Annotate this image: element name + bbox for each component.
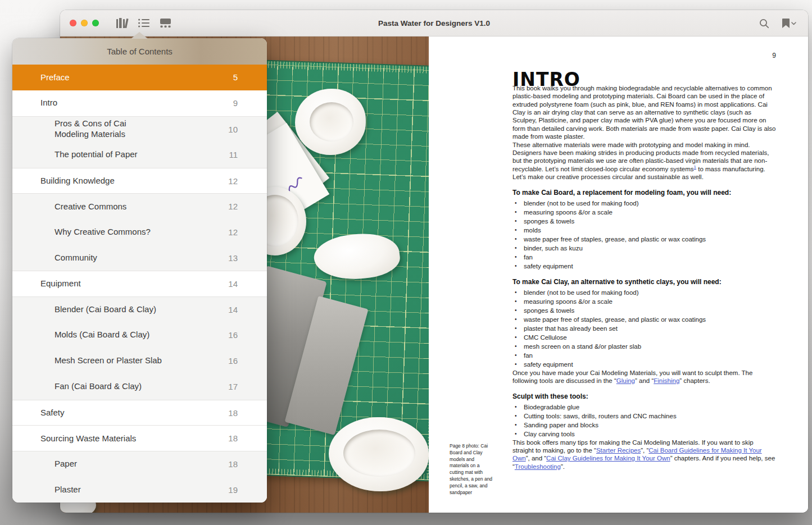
zoom-button[interactable] <box>92 20 99 26</box>
inline-link[interactable]: Finishing <box>654 377 679 384</box>
list-item: safety equipment <box>512 360 776 369</box>
inline-link[interactable]: Gluing <box>616 377 635 384</box>
toc-item[interactable]: Pros & Cons of Cai Modeling Materials10 <box>12 116 267 142</box>
title-bar: Pasta Water for Designers V1.0 <box>60 10 808 36</box>
toc-item-label: Preface <box>40 72 70 83</box>
list-item: measuring spoons &/or a scale <box>512 297 776 306</box>
list-item: binder, such as kuzu <box>512 244 776 253</box>
paragraph: This book walks you through making biode… <box>512 84 776 141</box>
search-icon <box>759 19 769 29</box>
list-item: molds <box>512 226 776 235</box>
book-text-page: 9 INTRO This book walks you through maki… <box>429 36 808 513</box>
toc-item-label: Creative Commons <box>55 202 126 212</box>
toc-item[interactable]: Plaster19 <box>12 477 267 503</box>
inline-link[interactable]: Troubleshooting <box>515 463 561 470</box>
toc-item[interactable]: Community13 <box>12 245 267 271</box>
toc-item-page: 18 <box>228 408 238 418</box>
toc-item[interactable]: Building Knowledge12 <box>12 168 267 194</box>
paragraph: These alternative materials were made wi… <box>512 141 776 181</box>
toc-item-label: Building Knowledge <box>40 176 115 186</box>
toc-item[interactable]: Paper18 <box>12 451 267 477</box>
text-run: ”. <box>561 463 565 470</box>
search-button[interactable] <box>757 17 771 30</box>
cai-board-list: blender (not to be used for making food)… <box>512 199 776 271</box>
table-of-contents-icon <box>138 19 149 28</box>
list-item: Clay carving tools <box>512 430 776 439</box>
list-item: fan <box>512 351 776 360</box>
toc-item-page: 17 <box>228 382 238 391</box>
toc-item[interactable]: Blender (Cai Board & Clay)14 <box>12 296 267 322</box>
toc-item[interactable]: Molds (Cai Board & Clay)16 <box>12 322 267 348</box>
toc-item-page: 10 <box>228 125 238 134</box>
toc-item-page: 14 <box>228 305 238 314</box>
list-item: Sanding paper and blocks <box>512 421 776 430</box>
list-item: safety equipment <box>512 262 776 271</box>
toc-item-page: 14 <box>228 279 238 289</box>
paragraph: This book offers many tips for making th… <box>512 439 776 471</box>
thumbnails-button[interactable] <box>158 17 172 29</box>
bookmark-button[interactable] <box>780 17 798 30</box>
toc-item[interactable]: Equipment14 <box>12 271 267 296</box>
toc-item-page: 19 <box>228 485 238 495</box>
inline-link[interactable]: Cai Clay Guidelines for Making It Your O… <box>546 455 670 462</box>
toc-item[interactable]: Why Creative Commons?12 <box>12 219 267 245</box>
toc-item-page: 18 <box>228 459 238 469</box>
page-number: 9 <box>512 52 776 60</box>
list-item: blender (not to be used for making food) <box>512 199 776 208</box>
list-item: measuring spoons &/or a scale <box>512 208 776 217</box>
toc-list: Preface5Intro9Pros & Cons of Cai Modelin… <box>12 65 267 503</box>
toc-item-label: Sourcing Waste Materials <box>40 433 136 444</box>
list-item: blender (not to be used for making food) <box>512 288 776 297</box>
toc-item-label: Pros & Cons of Cai Modeling Materials <box>55 118 150 140</box>
list-item: Biodegradable glue <box>512 403 776 412</box>
toc-item[interactable]: The potential of Paper11 <box>12 142 267 168</box>
list-item: waste paper free of staples, grease, and… <box>512 315 776 324</box>
section-heading: To make Cai Clay, an alternative to synt… <box>512 278 776 286</box>
chevron-down-icon <box>791 22 796 25</box>
toc-item[interactable]: Creative Commons12 <box>12 193 267 219</box>
page-title: INTRO <box>512 76 776 84</box>
paragraph: Once you have made your Cai Modeling Mat… <box>512 369 776 385</box>
toc-item[interactable]: Fan (Cai Board & Clay)17 <box>12 374 267 400</box>
minimize-button[interactable] <box>81 20 88 26</box>
toc-item[interactable]: Mesh Screen or Plaster Slab16 <box>12 348 267 374</box>
toc-item-page: 12 <box>228 227 238 237</box>
toc-item-label: Mesh Screen or Plaster Slab <box>55 355 162 366</box>
list-item: waste paper free of staples, grease, and… <box>512 235 776 244</box>
list-item: sponges & towels <box>512 306 776 315</box>
toc-item-label: Plaster <box>55 485 81 495</box>
text-run: ”, “ <box>641 447 648 454</box>
window-controls <box>70 20 99 26</box>
toc-item[interactable]: Safety18 <box>12 400 267 426</box>
toc-item-page: 13 <box>228 253 238 263</box>
toc-item-page: 9 <box>233 98 238 108</box>
toc-item-label: Equipment <box>40 279 81 289</box>
toc-item-page: 12 <box>228 176 238 186</box>
toc-item-label: Intro <box>40 98 57 108</box>
list-item: Cutting tools: saws, drills, routers and… <box>512 412 776 421</box>
toc-item[interactable]: Preface5 <box>12 65 267 90</box>
inline-link[interactable]: Starter Recipes <box>596 447 641 454</box>
toc-item-page: 18 <box>228 433 238 443</box>
section-heading: Sculpt with these tools: <box>512 392 776 401</box>
toc-item-label: Fan (Cai Board & Clay) <box>55 381 142 392</box>
sculpt-tools-list: Biodegradable glueCutting tools: saws, d… <box>512 403 776 439</box>
toc-button[interactable] <box>137 17 151 29</box>
list-item: CMC Cellulose <box>512 333 776 342</box>
list-item: mesh screen on a stand &/or plaster slab <box>512 342 776 351</box>
section-heading: To make Cai Board, a replacement for mod… <box>512 189 776 197</box>
toc-item-label: Paper <box>55 459 77 469</box>
toc-item[interactable]: Intro9 <box>12 90 267 116</box>
thumbnails-icon <box>160 19 171 28</box>
text-run: ”, and “ <box>526 455 546 462</box>
cai-clay-list: blender (not to be used for making food)… <box>512 288 776 369</box>
bookmark-icon <box>782 19 790 28</box>
plaster-disc <box>295 89 366 155</box>
library-button[interactable] <box>116 17 129 29</box>
toc-item[interactable]: Sourcing Waste Materials18 <box>12 425 267 451</box>
toc-item-label: Molds (Cai Board & Clay) <box>55 330 149 340</box>
close-button[interactable] <box>70 20 76 26</box>
toc-item-page: 16 <box>228 330 238 340</box>
toc-item-label: Blender (Cai Board & Clay) <box>55 304 156 315</box>
library-icon <box>116 18 129 28</box>
